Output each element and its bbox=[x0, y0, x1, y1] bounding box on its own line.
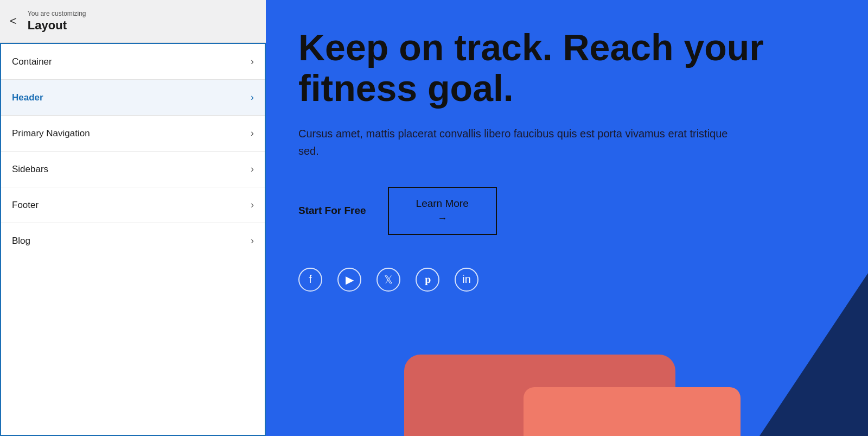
nav-item-primary-navigation[interactable]: Primary Navigation› bbox=[1, 116, 265, 151]
facebook-icon[interactable]: f bbox=[298, 268, 322, 292]
bottom-card-inner-decoration bbox=[524, 387, 741, 436]
learn-more-arrow: → bbox=[437, 213, 447, 224]
pinterest-icon[interactable]: 𝐩 bbox=[416, 268, 439, 292]
nav-item-header[interactable]: Header› bbox=[1, 80, 265, 116]
chevron-right-icon-container: › bbox=[251, 56, 254, 67]
customizing-title: Layout bbox=[28, 18, 86, 33]
start-for-free-button[interactable]: Start For Free bbox=[298, 205, 366, 217]
nav-item-blog[interactable]: Blog› bbox=[1, 223, 265, 258]
nav-item-container[interactable]: Container› bbox=[1, 44, 265, 80]
nav-item-label-sidebars: Sidebars bbox=[12, 164, 48, 175]
customizing-header: < You are customizing Layout bbox=[0, 0, 266, 43]
nav-item-label-header: Header bbox=[12, 92, 43, 103]
twitter-icon[interactable]: 𝕏 bbox=[376, 268, 400, 292]
chevron-right-icon-header: › bbox=[251, 92, 254, 103]
hero-subtitle: Cursus amet, mattis placerat convallis l… bbox=[298, 125, 743, 160]
customizer-panel: < You are customizing Layout Container›H… bbox=[0, 0, 266, 436]
linkedin-icon[interactable]: in bbox=[455, 268, 478, 292]
social-icons-row: f▶𝕏𝐩in bbox=[298, 268, 835, 292]
chevron-right-icon-sidebars: › bbox=[251, 163, 254, 175]
layout-nav-list: Container›Header›Primary Navigation›Side… bbox=[0, 43, 266, 436]
back-button[interactable]: < bbox=[5, 13, 21, 29]
learn-more-button[interactable]: Learn More → bbox=[388, 187, 497, 235]
dark-corner-decoration bbox=[760, 273, 868, 436]
learn-more-label: Learn More bbox=[416, 198, 469, 210]
nav-item-sidebars[interactable]: Sidebars› bbox=[1, 151, 265, 187]
nav-item-label-footer: Footer bbox=[12, 200, 39, 211]
chevron-right-icon-primary-navigation: › bbox=[251, 128, 254, 139]
nav-item-footer[interactable]: Footer› bbox=[1, 187, 265, 223]
youtube-icon[interactable]: ▶ bbox=[337, 268, 361, 292]
nav-item-label-blog: Blog bbox=[12, 236, 30, 247]
preview-panel: Keep on track. Reach your fitness goal. … bbox=[266, 0, 868, 436]
customizing-text: You are customizing Layout bbox=[28, 10, 86, 33]
customizing-label: You are customizing bbox=[28, 10, 86, 17]
chevron-right-icon-footer: › bbox=[251, 199, 254, 211]
chevron-right-icon-blog: › bbox=[251, 235, 254, 247]
hero-title: Keep on track. Reach your fitness goal. bbox=[298, 27, 787, 109]
nav-item-label-primary-navigation: Primary Navigation bbox=[12, 128, 90, 139]
cta-row: Start For Free Learn More → bbox=[298, 187, 835, 235]
nav-item-label-container: Container bbox=[12, 56, 52, 67]
